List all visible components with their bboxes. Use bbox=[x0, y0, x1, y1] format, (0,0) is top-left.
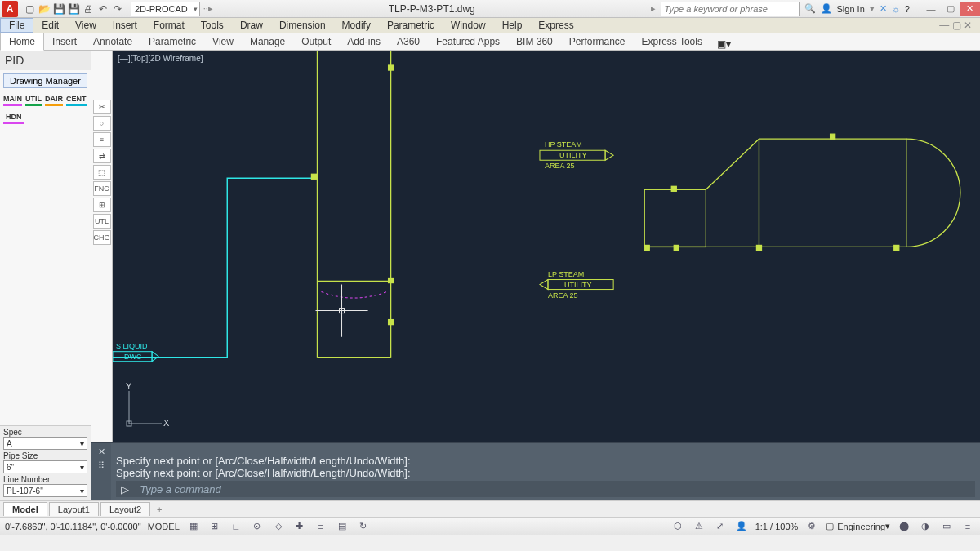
menu-draw[interactable]: Draw bbox=[232, 18, 271, 33]
drawing-manager-button[interactable]: Drawing Manager bbox=[3, 73, 87, 88]
hardware-icon[interactable]: ⬤ bbox=[897, 520, 911, 533]
tool-box[interactable]: ⬚ bbox=[93, 165, 111, 180]
command-input[interactable]: ▷_ Type a command bbox=[116, 481, 975, 497]
help-icon[interactable]: ? bbox=[905, 4, 910, 14]
doc-close-icon[interactable]: — ▢ ✕ bbox=[931, 18, 980, 33]
menu-insert[interactable]: Insert bbox=[105, 18, 145, 33]
search-input[interactable] bbox=[661, 2, 800, 16]
minimize-button[interactable]: — bbox=[921, 2, 941, 16]
menu-parametric[interactable]: Parametric bbox=[379, 18, 443, 33]
cat-dair[interactable]: DAIR bbox=[45, 95, 63, 106]
workspace-selector[interactable]: 2D-PROCAD bbox=[131, 2, 200, 16]
ribbon-output[interactable]: Output bbox=[293, 33, 339, 50]
layout-add-button[interactable]: + bbox=[152, 503, 167, 516]
cycling-icon[interactable]: ↻ bbox=[356, 520, 371, 533]
spec-select[interactable]: A▾ bbox=[3, 437, 87, 450]
signin-caret-icon[interactable]: ▾ bbox=[870, 3, 875, 14]
menu-help[interactable]: Help bbox=[494, 18, 531, 33]
lineweight-icon[interactable]: ≡ bbox=[314, 520, 328, 533]
isoplane-icon[interactable]: ⬡ bbox=[670, 520, 685, 533]
layout-layout2[interactable]: Layout2 bbox=[100, 502, 150, 516]
annoscale-icon[interactable]: ⤢ bbox=[713, 520, 728, 533]
ribbon-expresstools[interactable]: Express Tools bbox=[633, 33, 710, 50]
ribbon-parametric[interactable]: Parametric bbox=[140, 33, 204, 50]
polar-icon[interactable]: ⊙ bbox=[250, 520, 265, 533]
ribbon-annotate[interactable]: Annotate bbox=[85, 33, 140, 50]
transparency-icon[interactable]: ▤ bbox=[335, 520, 350, 533]
linenum-select[interactable]: PL-107-6"▾ bbox=[3, 484, 87, 497]
isolate-icon[interactable]: ◑ bbox=[918, 520, 933, 533]
ribbon-manage[interactable]: Manage bbox=[242, 33, 293, 50]
open-icon[interactable]: 📂 bbox=[38, 2, 51, 16]
menu-tools[interactable]: Tools bbox=[193, 18, 232, 33]
cat-util[interactable]: UTIL bbox=[25, 95, 42, 106]
ucs-icon[interactable]: X Y bbox=[121, 383, 170, 433]
sign-in-link[interactable]: Sign In bbox=[837, 4, 865, 14]
annovis-icon[interactable]: 👤 bbox=[734, 520, 749, 533]
layout-layout1[interactable]: Layout1 bbox=[49, 502, 99, 516]
maximize-button[interactable]: ▢ bbox=[941, 2, 960, 16]
status-scale[interactable]: 1:1 / 100% bbox=[755, 522, 799, 531]
tool-grid[interactable]: ⊞ bbox=[93, 198, 111, 212]
tool-utl[interactable]: UTL bbox=[93, 214, 111, 229]
ribbon-bim360[interactable]: BIM 360 bbox=[508, 33, 561, 50]
exchange-icon[interactable]: ✕ bbox=[880, 3, 887, 14]
ribbon-addins[interactable]: Add-ins bbox=[339, 33, 389, 50]
ortho-icon[interactable]: ∟ bbox=[229, 520, 243, 533]
dyn-icon[interactable]: ✚ bbox=[292, 520, 307, 533]
menu-dimension[interactable]: Dimension bbox=[271, 18, 334, 33]
status-mode[interactable]: MODEL bbox=[148, 522, 180, 531]
ribbon-collapse-icon[interactable]: ▣▾ bbox=[717, 38, 731, 50]
saveas-icon[interactable]: 💾 bbox=[67, 2, 80, 16]
osnap-icon[interactable]: ◇ bbox=[271, 520, 286, 533]
tool-lines[interactable]: ≡ bbox=[93, 132, 111, 147]
print-icon[interactable]: 🖨 bbox=[82, 2, 95, 16]
cmd-handle-icon[interactable]: ⠿ bbox=[98, 460, 105, 471]
search-icon[interactable]: 🔍 bbox=[804, 3, 816, 14]
menu-modify[interactable]: Modify bbox=[334, 18, 379, 33]
pipesize-select[interactable]: 6"▾ bbox=[3, 460, 87, 473]
tool-fnc[interactable]: FNC bbox=[93, 181, 111, 196]
grid-icon[interactable]: ▦ bbox=[186, 520, 201, 533]
menu-format[interactable]: Format bbox=[145, 18, 193, 33]
cleanscreen-icon[interactable]: ▭ bbox=[939, 520, 954, 533]
user-icon[interactable]: 👤 bbox=[821, 3, 832, 14]
ribbon-insert[interactable]: Insert bbox=[44, 33, 85, 50]
a360-icon[interactable]: ☼ bbox=[892, 4, 900, 14]
menu-express[interactable]: Express bbox=[530, 18, 581, 33]
ribbon-view[interactable]: View bbox=[204, 33, 242, 50]
ribbon-performance[interactable]: Performance bbox=[561, 33, 634, 50]
undo-icon[interactable]: ↶ bbox=[96, 2, 109, 16]
drawing-viewport[interactable]: [—][Top][2D Wireframe] S LIQUID DWC bbox=[113, 51, 980, 442]
panel-title: PID bbox=[0, 51, 91, 70]
ribbon-featured[interactable]: Featured Apps bbox=[428, 33, 508, 50]
new-icon[interactable]: ▢ bbox=[23, 2, 36, 16]
save-icon[interactable]: 💾 bbox=[52, 2, 65, 16]
search-caret-icon[interactable]: ▸ bbox=[651, 3, 656, 14]
cat-main[interactable]: MAIN bbox=[3, 95, 22, 106]
app-menu-button[interactable]: A bbox=[2, 1, 18, 17]
menu-edit[interactable]: Edit bbox=[33, 18, 67, 33]
workspace-overflow-icon[interactable]: ··▸ bbox=[203, 3, 213, 14]
redo-icon[interactable]: ↷ bbox=[111, 2, 124, 16]
tool-swap[interactable]: ⇄ bbox=[93, 149, 111, 163]
ribbon-home[interactable]: Home bbox=[0, 33, 44, 51]
menu-file[interactable]: File bbox=[0, 18, 33, 33]
menu-window[interactable]: Window bbox=[443, 18, 494, 33]
status-layer[interactable]: ▢ Engineering ▾ bbox=[826, 521, 890, 531]
tool-circle[interactable]: ○ bbox=[93, 116, 111, 131]
close-button[interactable]: ✕ bbox=[960, 2, 980, 16]
status-coords[interactable]: 0'-7.6860", 0'-10.1184", 0'-0.0000" bbox=[5, 522, 141, 531]
tool-cut[interactable]: ✂ bbox=[93, 100, 111, 114]
layout-model[interactable]: Model bbox=[3, 502, 47, 516]
tool-chg[interactable]: CHG bbox=[93, 230, 111, 245]
cmd-close-icon[interactable]: ✕ bbox=[98, 447, 105, 457]
menu-view[interactable]: View bbox=[67, 18, 105, 33]
ribbon-a360[interactable]: A360 bbox=[389, 33, 428, 50]
cat-hdn[interactable]: HDN bbox=[3, 113, 24, 124]
annomonitor-icon[interactable]: ⚠ bbox=[692, 520, 706, 533]
gear-icon[interactable]: ⚙ bbox=[804, 520, 819, 533]
snap-icon[interactable]: ⊞ bbox=[207, 520, 222, 533]
customize-icon[interactable]: ≡ bbox=[960, 520, 975, 533]
cat-cent[interactable]: CENT bbox=[66, 95, 87, 106]
